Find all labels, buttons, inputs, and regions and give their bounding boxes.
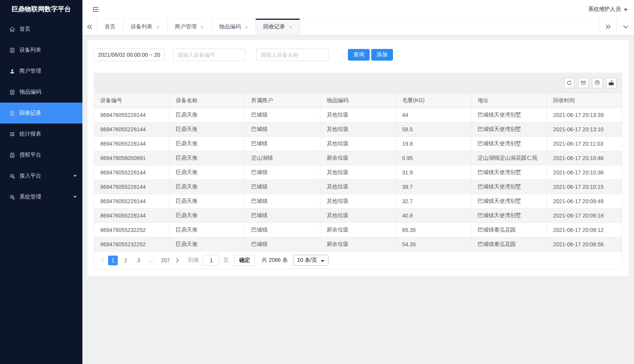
tab-home[interactable]: 首页: [97, 19, 123, 35]
tab-recycle-records[interactable]: 回收记录×: [256, 19, 300, 35]
sidebar-item-access-platform[interactable]: 接入平台: [0, 165, 82, 186]
sidebar-item-system-mgmt[interactable]: 系统管理: [0, 186, 82, 207]
sidebar-item-home[interactable]: 首页: [0, 19, 82, 40]
page-button-207[interactable]: 207: [159, 256, 171, 265]
export-icon: [608, 80, 614, 86]
table-row[interactable]: 869476055228144巨鼎天衡巴城镇其他垃圾40.8巴城镇天使湾别墅20…: [94, 209, 622, 223]
table-row[interactable]: 869476055228144巨鼎天衡巴城镇其他垃圾44巴城镇天使湾别墅2021…: [94, 108, 622, 122]
table-cell: 869476055228144: [94, 122, 169, 137]
collapse-sidebar-icon[interactable]: [92, 6, 99, 12]
table-cell: 2021-06-17 20:13:39: [547, 108, 622, 122]
app-title: 巨鼎物联网数字平台: [0, 0, 82, 19]
close-icon[interactable]: ×: [201, 24, 204, 30]
sidebar-item-device-list[interactable]: 设备列表: [0, 40, 82, 61]
device-code-input[interactable]: [173, 49, 245, 61]
caret-down-icon: [73, 175, 77, 177]
close-icon[interactable]: ×: [289, 24, 292, 30]
tab-merchant-mgmt[interactable]: 商户管理×: [168, 19, 212, 35]
sidebar-nav: 首页设备列表商户管理物品编码回收记录统计报表授权平台接入平台系统管理: [0, 19, 82, 207]
list-icon: [9, 152, 15, 158]
refresh-icon: [566, 80, 572, 86]
table-cell: 巴城镇天使湾别墅: [471, 165, 547, 180]
column-header: 地址: [471, 93, 547, 108]
sidebar-item-merchant-mgmt[interactable]: 商户管理: [0, 61, 82, 82]
topbar: 系统维护人员: [82, 0, 634, 19]
table-cell: 2021-06-17 20:11:03: [547, 137, 622, 151]
table-cell: 巨鼎天衡: [169, 223, 245, 237]
table-cell: 巴城镇天使湾别墅: [471, 180, 547, 194]
tab-device-list[interactable]: 设备列表×: [123, 19, 168, 35]
table-cell: 巴城镇: [245, 180, 320, 194]
table-cell: 巨鼎天衡: [169, 237, 245, 252]
home-icon: [9, 26, 15, 32]
tab-list: 首页设备列表×商户管理×物品编码×回收记录×: [97, 19, 300, 35]
page-size-select[interactable]: 10 条/页: [293, 255, 328, 266]
close-icon[interactable]: ×: [245, 24, 248, 30]
print-button[interactable]: [592, 78, 603, 88]
tabs-menu-icon[interactable]: [617, 19, 634, 35]
tabs-scroll-left-icon[interactable]: [82, 19, 97, 35]
table-row[interactable]: 869476058050891巨鼎天衡淀山湖镇厨余垃圾0.95淀山湖镇淀山湖花园…: [94, 151, 622, 165]
page-button-3[interactable]: 3: [134, 256, 143, 265]
gear-icon: [9, 173, 15, 179]
page-ellipsis: ...: [147, 256, 156, 265]
goto-page-input[interactable]: [203, 255, 219, 266]
device-name-input[interactable]: [256, 49, 328, 61]
table-cell: 巴城镇: [245, 165, 320, 180]
tabbar-spacer: [300, 19, 599, 35]
prev-page-icon[interactable]: [98, 256, 107, 265]
table-cell: 869476055228144: [94, 108, 169, 122]
sidebar-item-auth-platform[interactable]: 授权平台: [0, 145, 82, 165]
column-header: 毛重(KG): [396, 93, 471, 108]
sidebar-item-label: 商户管理: [19, 68, 41, 75]
table-cell: 31.9: [396, 165, 471, 180]
tabs-scroll-right-icon[interactable]: [599, 19, 617, 35]
table-cell: 869476055228144: [94, 209, 169, 223]
table-row[interactable]: 869476055228144巨鼎天衡巴城镇其他垃圾19.8巴城镇天使湾别墅20…: [94, 137, 622, 151]
add-button[interactable]: 添加: [371, 49, 393, 61]
page-size-value: 10 条/页: [297, 257, 317, 264]
close-icon[interactable]: ×: [156, 24, 160, 30]
date-range-input[interactable]: [94, 49, 164, 61]
table-row[interactable]: 869476055228144巨鼎天衡巴城镇其他垃圾58.5巴城镇天使湾别墅20…: [94, 122, 622, 137]
columns-button[interactable]: [578, 78, 589, 88]
confirm-button[interactable]: 确定: [234, 255, 255, 266]
page-button-1[interactable]: 1: [108, 256, 118, 265]
sidebar-item-recycle-records[interactable]: 回收记录: [0, 103, 82, 124]
column-header: 物品编码: [320, 93, 396, 108]
user-icon: [9, 68, 15, 74]
main-area: 系统维护人员 首页设备列表×商户管理×物品编码×回收记录×: [82, 0, 634, 364]
column-header: 设备编号: [94, 93, 169, 108]
table-cell: 其他垃圾: [320, 122, 396, 137]
table-cell: 巨鼎天衡: [169, 209, 245, 223]
table-cell: 65.35: [396, 223, 471, 237]
table-row[interactable]: 869476055228144巨鼎天衡巴城镇其他垃圾39.7巴城镇天使湾别墅20…: [94, 180, 622, 194]
user-menu[interactable]: 系统维护人员: [588, 6, 628, 13]
refresh-button[interactable]: [564, 78, 575, 88]
table-row[interactable]: 869476055228144巨鼎天衡巴城镇其他垃圾32.7巴城镇天使湾别墅20…: [94, 194, 622, 209]
menu-icon: [9, 131, 15, 137]
table-cell: 巨鼎天衡: [169, 122, 245, 137]
table-header-row: 设备编号设备名称所属商户物品编码毛重(KG)地址回收时间: [94, 93, 622, 108]
table-row[interactable]: 869476055232252巨鼎天衡巴城镇厨余垃圾54.35巴城镇泰泓花园20…: [94, 237, 622, 252]
query-button[interactable]: 查询: [348, 49, 370, 61]
caret-down-icon: [73, 196, 77, 198]
table-cell: 2021-06-17 20:10:46: [547, 151, 622, 165]
tab-item-code[interactable]: 物品编码×: [212, 19, 256, 35]
table-cell: 其他垃圾: [320, 137, 396, 151]
table-cell: 54.35: [396, 237, 471, 252]
table-cell: 40.8: [396, 209, 471, 223]
table-cell: 2021-06-17 20:13:10: [547, 122, 622, 137]
page-button-2[interactable]: 2: [121, 256, 131, 265]
records-table: 设备编号设备名称所属商户物品编码毛重(KG)地址回收时间 86947605522…: [94, 93, 622, 252]
table-toolbar: [94, 73, 622, 93]
table-row[interactable]: 869476055228144巨鼎天衡巴城镇其他垃圾31.9巴城镇天使湾别墅20…: [94, 165, 622, 180]
table-cell: 其他垃圾: [320, 108, 396, 122]
table-row[interactable]: 869476055232252巨鼎天衡巴城镇厨余垃圾65.35巴城镇泰泓花园20…: [94, 223, 622, 237]
next-page-icon[interactable]: [173, 256, 182, 265]
export-button[interactable]: [606, 78, 617, 88]
table-cell: 巴城镇天使湾别墅: [471, 137, 547, 151]
sidebar-item-label: 授权平台: [19, 152, 41, 158]
sidebar-item-item-code[interactable]: 物品编码: [0, 82, 82, 103]
sidebar-item-stats-report[interactable]: 统计报表: [0, 124, 82, 145]
